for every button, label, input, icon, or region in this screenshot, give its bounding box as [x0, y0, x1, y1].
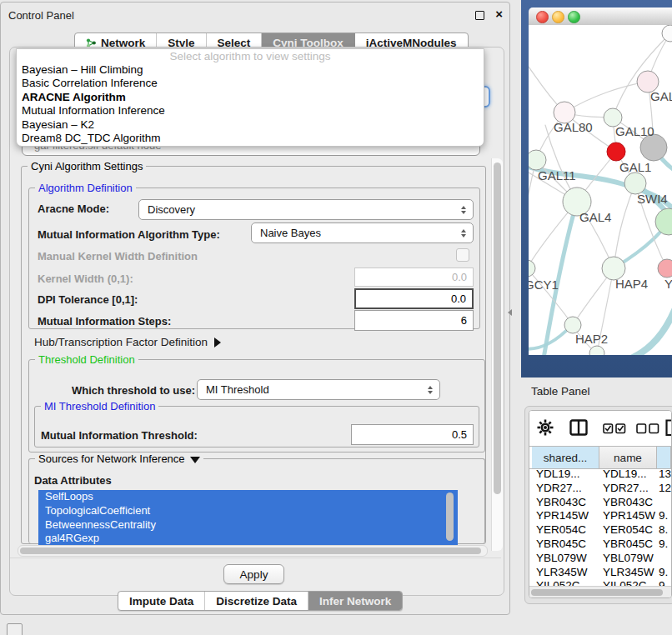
settings-horizontal-scrollbar[interactable]	[18, 545, 488, 557]
algorithm-option[interactable]: Bayesian – Hill Climbing	[17, 63, 484, 77]
table-cell: YDR27...	[536, 482, 582, 496]
expanded-arrow-icon	[190, 457, 200, 463]
apply-button[interactable]: Apply	[223, 564, 284, 584]
table-cell: YIL052C	[536, 579, 580, 586]
table-cell: YBR045C	[536, 538, 586, 552]
table-row[interactable]: YER054CYER054C8.	[529, 523, 671, 538]
collapsed-panel-chip[interactable]	[7, 623, 23, 635]
node-label: HAP4	[615, 277, 648, 291]
zoom-traffic-light-icon[interactable]	[568, 11, 580, 23]
table-row[interactable]: YBR045CYBR045C9.	[529, 538, 671, 552]
table-row[interactable]: YDR27...YDR27...12	[529, 482, 671, 496]
network-node[interactable]	[662, 25, 672, 42]
network-node-y[interactable]	[658, 259, 672, 278]
data-attributes-list[interactable]: SelfLoopsTopologicalCoefficientBetweenne…	[38, 490, 458, 546]
control-panel-window: Control Panel × NetworkStyleSelectCyni T…	[0, 2, 510, 615]
select-all-checkboxes-icon[interactable]	[603, 422, 626, 438]
network-view-window: GALGAL80GAL10GAL1GAL11SWI4GAL4GCY1HAP4YH…	[529, 8, 672, 355]
table-row[interactable]: YLR345WYLR345W9.	[529, 566, 671, 580]
column-header-shared[interactable]: shared...	[532, 447, 599, 468]
algorithm-definition-title: Algorithm Definition	[35, 182, 136, 194]
tab-impute-data[interactable]: Impute Data	[118, 592, 205, 610]
network-edge[interactable]	[627, 300, 672, 355]
mi-steps-value: 6	[461, 314, 467, 327]
data-attribute-item[interactable]: gal4RGexp	[38, 532, 458, 546]
which-threshold-combo[interactable]: MI Threshold	[197, 379, 440, 400]
settings-vertical-scrollbar[interactable]	[491, 158, 503, 551]
table-cell: YER054C	[536, 523, 586, 538]
list-scrollbar-thumb[interactable]	[446, 492, 454, 541]
data-attribute-item[interactable]: TopologicalCoefficient	[38, 504, 458, 518]
table-row[interactable]: YBR043CYBR043C	[529, 496, 671, 510]
algorithm-option[interactable]: Dream8 DC_TDC Algorithm	[17, 132, 484, 145]
column-header-clipped[interactable]	[657, 447, 671, 468]
table-cell: YPR145W	[603, 509, 655, 523]
network-edge[interactable]	[564, 82, 648, 112]
algorithm-option[interactable]: Basic Correlation Inference	[17, 77, 484, 90]
settings-hscrollbar-thumb[interactable]	[20, 548, 481, 554]
float-window-icon[interactable]	[475, 11, 484, 20]
manual-kernel-label: Manual Kernel Width Definition	[38, 250, 198, 262]
gear-icon[interactable]	[536, 418, 554, 440]
algorithm-dropdown-popup: Select algorithm to view settings Bayesi…	[16, 48, 484, 147]
column-header-name[interactable]: name	[599, 447, 657, 468]
close-traffic-light-icon[interactable]	[536, 11, 549, 23]
network-node[interactable]	[655, 208, 672, 235]
sources-group-title[interactable]: Sources for Network Inference	[35, 452, 203, 465]
network-node-hap2[interactable]	[564, 317, 581, 333]
node-label: GAL80	[554, 120, 593, 134]
aracne-mode-combo[interactable]: Discovery	[138, 199, 474, 220]
apply-separator	[10, 558, 501, 558]
tab-label: Discretize Data	[216, 595, 297, 608]
bottom-tab-bar: Impute DataDiscretize DataInfer Network	[118, 591, 403, 611]
table-cell: YBL079W	[536, 552, 587, 566]
deselect-all-checkboxes-icon[interactable]	[636, 422, 659, 438]
table-cell: 13	[659, 468, 671, 482]
close-icon[interactable]: ×	[495, 6, 503, 22]
kernel-width-field[interactable]: 0.0	[354, 268, 474, 287]
mi-threshold-field[interactable]: 0.5	[351, 424, 474, 445]
network-node-gal11[interactable]	[529, 150, 546, 170]
kernel-width-label: Kernel Width (0,1):	[38, 272, 133, 285]
network-node-gal1[interactable]	[607, 142, 625, 161]
tab-infer-network[interactable]: Infer Network	[308, 592, 402, 610]
table-toolbar	[529, 411, 671, 446]
settings-scrollbar-thumb[interactable]	[494, 162, 501, 494]
mi-type-combo[interactable]: Naive Bayes	[251, 222, 474, 243]
table-cell: 9.	[659, 566, 668, 580]
algorithm-option[interactable]: Mutual Information Inference	[17, 104, 484, 118]
network-graph: GALGAL80GAL10GAL1GAL11SWI4GAL4GCY1HAP4YH…	[529, 25, 672, 355]
threshold-definition-title: Threshold Definition	[35, 353, 138, 366]
data-attribute-item[interactable]: SelfLoops	[38, 490, 458, 504]
minimize-traffic-light-icon[interactable]	[552, 11, 564, 23]
mi-steps-field[interactable]: 6	[354, 310, 474, 331]
hub-definition-toggle[interactable]: Hub/Transcription Factor Definition	[34, 336, 221, 348]
table-cell: 8.	[659, 523, 668, 538]
new-table-icon[interactable]	[665, 419, 672, 440]
network-desktop: GALGAL80GAL10GAL1GAL11SWI4GAL4GCY1HAP4YH…	[521, 0, 672, 378]
table-row[interactable]: YIL052CYIL052C9	[529, 579, 671, 586]
data-attribute-item[interactable]: BetweennessCentrality	[38, 518, 458, 532]
table-cell: YIL052C	[603, 579, 647, 586]
splitter-collapse-icon[interactable]	[508, 309, 512, 316]
network-canvas[interactable]: GALGAL80GAL10GAL1GAL11SWI4GAL4GCY1HAP4YH…	[529, 25, 672, 355]
algorithm-option[interactable]: ARACNE Algorithm	[17, 91, 484, 104]
cyni-algorithm-settings-title: Cyni Algorithm Settings	[28, 160, 146, 172]
network-node-gcy1[interactable]	[529, 260, 535, 277]
table-hscrollbar-thumb[interactable]	[531, 589, 663, 596]
dpi-tolerance-field[interactable]: 0.0	[354, 288, 474, 309]
table-cell: 9	[659, 579, 665, 586]
algorithm-option[interactable]: Bayesian – K2	[17, 118, 484, 132]
column-visibility-icon[interactable]	[569, 419, 588, 439]
table-row[interactable]: YDL19...YDL19...13	[529, 468, 671, 482]
table-horizontal-scrollbar[interactable]	[529, 586, 671, 598]
table-cell: YBL079W	[603, 552, 654, 566]
table-row[interactable]: YPR145WYPR145W9.	[529, 509, 671, 523]
manual-kernel-checkbox[interactable]	[456, 248, 469, 262]
which-threshold-value: MI Threshold	[206, 383, 269, 396]
table-row[interactable]: YBL079WYBL079W	[529, 552, 671, 566]
network-window-titlebar[interactable]	[529, 8, 672, 26]
network-node[interactable]	[589, 346, 604, 355]
table-cell: 12	[659, 482, 671, 496]
tab-discretize-data[interactable]: Discretize Data	[205, 592, 308, 610]
